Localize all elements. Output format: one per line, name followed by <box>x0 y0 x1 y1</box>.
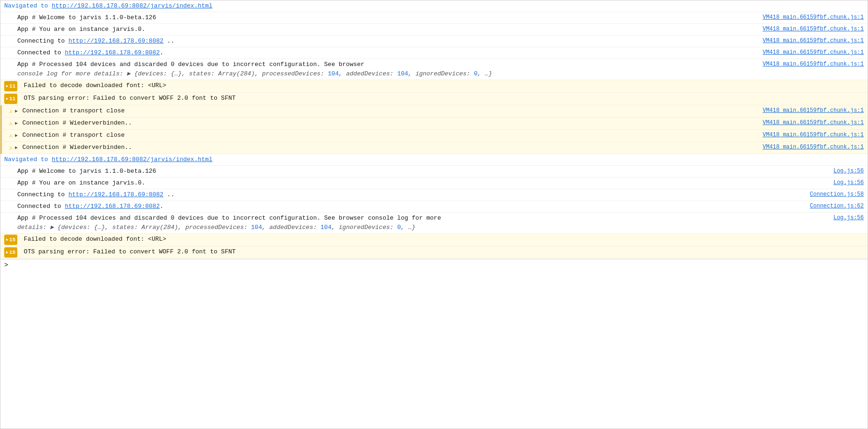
console-input-row: > <box>0 259 868 271</box>
row-italic2: , addedDevices: <box>339 70 397 77</box>
row-icon-area <box>4 190 15 200</box>
row-source[interactable]: Log.js:56 <box>826 167 864 174</box>
console-container: Navigated to http://192.168.178.69:8082/… <box>0 0 868 429</box>
row-content: App # You are on instance jarvis.0. <box>4 25 755 34</box>
row-source[interactable]: VM418 main.66159fbf.chunk.js:1 <box>755 25 864 32</box>
console-row: App # Welcome to jarvis 1.1.0-beta.126 L… <box>0 166 868 178</box>
warning-icon: ⚠ <box>9 132 12 139</box>
row-source[interactable]: VM418 main.66159fbf.chunk.js:1 <box>755 131 864 138</box>
row-text-prefix: Connecting to <box>17 37 68 44</box>
row-content: ▶ Connection # transport close <box>6 131 755 141</box>
row-text: App # You are on instance jarvis.0. <box>17 26 145 33</box>
console-row: Connecting to http://192.168.178.69:8082… <box>0 36 868 47</box>
row-text: Connection # transport close <box>22 107 125 114</box>
row-text-prefix: Connecting to <box>17 191 68 198</box>
row-source[interactable]: VM418 main.66159fbf.chunk.js:1 <box>755 118 864 126</box>
error-text: OTS parsing error: Failed to convert WOF… <box>24 95 235 102</box>
row-source[interactable]: VM418 main.66159fbf.chunk.js:1 <box>755 48 864 56</box>
console-row: Navigated to http://192.168.178.69:8082/… <box>0 0 868 12</box>
row-icon-area: ⚠ <box>6 106 16 116</box>
console-input[interactable] <box>10 262 864 269</box>
row-content: Connecting to http://192.168.178.69:8082… <box>4 190 802 200</box>
row-line2: console log for more details: ▶ {devices… <box>17 69 755 79</box>
console-row: ⚠ ▶ Connection # transport close VM418 m… <box>0 130 868 142</box>
row-text-suffix: . <box>160 203 163 210</box>
row-number2: 104 <box>397 70 408 77</box>
row-content: App # Processed 104 devices and discarde… <box>4 60 755 79</box>
row-line1: App # Processed 104 devices and discarde… <box>17 214 826 223</box>
row-content: ▶ Connection # Wiederverbinden.. <box>6 143 755 153</box>
row-content: App # You are on instance jarvis.0. <box>4 178 826 188</box>
console-row: ▶ 15 OTS parsing error: Failed to conver… <box>0 246 868 259</box>
row-icon-area <box>4 247 15 257</box>
row-content: Connected to http://192.168.178.69:8082. <box>4 202 802 211</box>
row-icon-area: ⚠ <box>6 143 16 152</box>
connected-link-1[interactable]: http://192.168.178.69:8082 <box>65 49 160 56</box>
row-source[interactable]: Log.js:56 <box>826 178 864 186</box>
row-italic3: , ignoredDevices: <box>331 224 397 231</box>
console-row: App # Welcome to jarvis 1.1.0-beta.126 V… <box>0 12 868 24</box>
row-source[interactable]: VM418 main.66159fbf.chunk.js:1 <box>755 106 864 114</box>
row-source[interactable]: VM418 main.66159fbf.chunk.js:1 <box>755 13 864 21</box>
row-italic: details: ▶ {devices: {…}, states: Array(… <box>17 224 251 231</box>
error-text: Failed to decode downloaded font: <URL> <box>24 82 166 89</box>
row-source[interactable]: Log.js:56 <box>826 214 864 221</box>
error-text: OTS parsing error: Failed to convert WOF… <box>24 248 235 255</box>
console-row: App # You are on instance jarvis.0. VM41… <box>0 24 868 36</box>
row-icon-area <box>4 167 15 176</box>
console-row: App # Processed 104 devices and discarde… <box>0 213 868 234</box>
row-content: ▶ Connection # Wiederverbinden.. <box>6 118 755 128</box>
console-row: ▶ 11 Failed to decode downloaded font: <… <box>0 80 868 93</box>
row-icon-area <box>4 37 15 46</box>
connecting-link-2[interactable]: http://192.168.178.69:8082 <box>68 191 163 198</box>
row-icon-area <box>4 48 15 58</box>
row-text: App # Welcome to jarvis 1.1.0-beta.126 <box>17 14 156 21</box>
row-content: App # Welcome to jarvis 1.1.0-beta.126 <box>4 167 826 176</box>
row-text-suffix: .. <box>163 37 174 44</box>
warning-icon: ⚠ <box>9 144 12 151</box>
row-source[interactable]: Connection.js:62 <box>802 202 864 209</box>
console-row: ▶ 15 Failed to decode downloaded font: <… <box>0 234 868 246</box>
error-text: Failed to decode downloaded font: <URL> <box>24 236 166 243</box>
row-icon-area <box>4 94 15 103</box>
row-italic: console log for more details: ▶ {devices… <box>17 70 328 77</box>
row-content: Connecting to http://192.168.178.69:8082… <box>4 37 755 46</box>
row-icon-area <box>4 81 15 90</box>
row-icon-area <box>4 214 15 223</box>
row-source[interactable]: VM418 main.66159fbf.chunk.js:1 <box>755 60 864 67</box>
connecting-link-1[interactable]: http://192.168.178.69:8082 <box>68 37 163 44</box>
row-source[interactable] <box>856 155 864 156</box>
row-content: Connected to http://192.168.178.69:8082. <box>4 48 755 58</box>
row-source[interactable]: Connection.js:58 <box>802 190 864 198</box>
row-text: Connection # transport close <box>22 132 125 139</box>
row-content: ▶ 15 OTS parsing error: Failed to conver… <box>4 247 864 258</box>
row-text-suffix: .. <box>163 191 174 198</box>
connected-link-2[interactable]: http://192.168.178.69:8082 <box>65 203 160 210</box>
console-prompt: > <box>4 261 8 269</box>
row-icon-area <box>4 235 15 244</box>
row-content: Navigated to http://192.168.178.69:8082/… <box>4 155 856 164</box>
row-italic2: , addedDevices: <box>262 224 321 231</box>
console-row: App # Processed 104 devices and discarde… <box>0 59 868 80</box>
row-icon-area <box>4 202 15 211</box>
console-row: ⚠ ▶ Connection # Wiederverbinden.. VM418… <box>0 118 868 130</box>
row-content: ▶ Connection # transport close <box>6 106 755 116</box>
row-icon-area <box>4 60 15 69</box>
row-content: Navigated to http://192.168.178.69:8082/… <box>4 1 856 11</box>
row-source[interactable]: VM418 main.66159fbf.chunk.js:1 <box>755 37 864 44</box>
row-italic4: , …} <box>401 224 415 231</box>
row-content: App # Welcome to jarvis 1.1.0-beta.126 <box>4 13 755 22</box>
row-line1: App # Processed 104 devices and discarde… <box>17 60 755 69</box>
row-source[interactable] <box>856 1 864 2</box>
row-italic3: , ignoredDevices: <box>408 70 474 77</box>
navigated-link-1[interactable]: http://192.168.178.69:8082/jarvis/index.… <box>51 2 212 9</box>
navigated-link-2[interactable]: http://192.168.178.69:8082/jarvis/index.… <box>51 156 212 163</box>
console-row: App # You are on instance jarvis.0. Log.… <box>0 178 868 189</box>
row-source[interactable]: VM418 main.66159fbf.chunk.js:1 <box>755 143 864 150</box>
row-number: 104 <box>328 70 338 77</box>
console-row: Navigated to http://192.168.178.69:8082/… <box>0 154 868 166</box>
console-row: Connected to http://192.168.178.69:8082.… <box>0 201 868 213</box>
row-number3: 0 <box>474 70 478 77</box>
row-number2: 104 <box>321 224 331 231</box>
console-row: ⚠ ▶ Connection # Wiederverbinden.. VM418… <box>0 142 868 154</box>
